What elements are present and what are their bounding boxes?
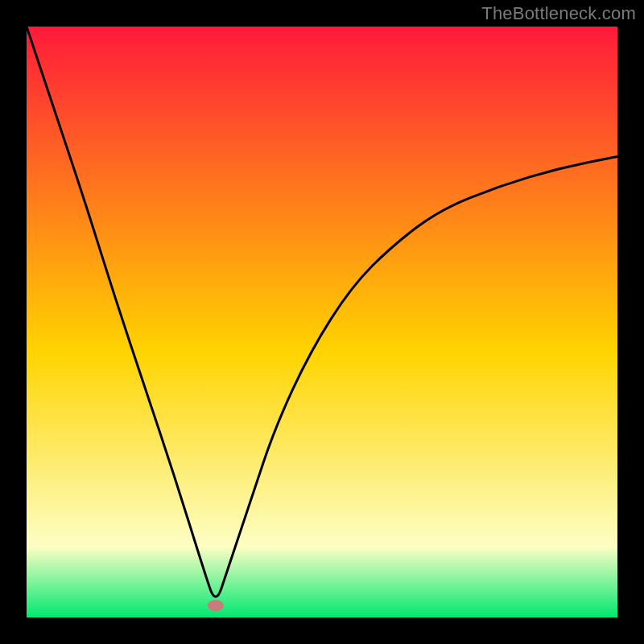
chart-frame: { "watermark": "TheBottleneck.com", "col… <box>0 0 644 644</box>
bottleneck-chart <box>0 0 644 644</box>
minimum-marker <box>208 600 224 611</box>
plot-background <box>27 27 617 617</box>
watermark-text: TheBottleneck.com <box>481 3 636 24</box>
